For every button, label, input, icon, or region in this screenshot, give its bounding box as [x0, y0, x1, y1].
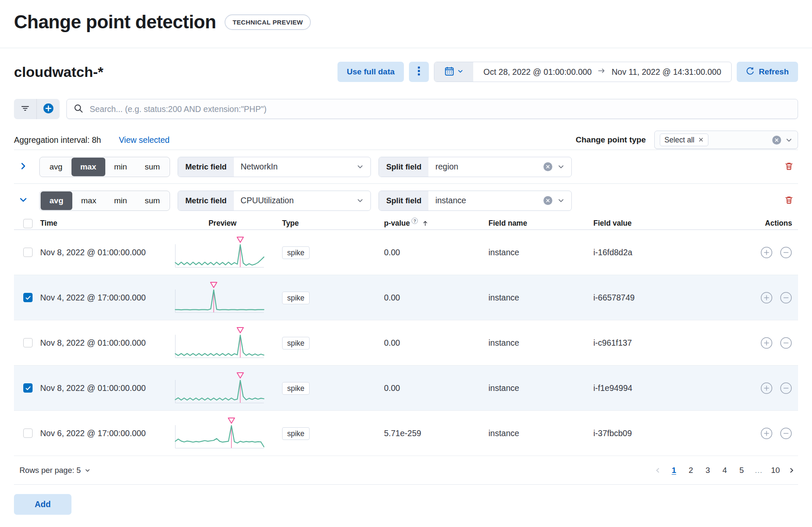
search-bar: [66, 99, 798, 119]
filter-out-value-icon[interactable]: [780, 337, 792, 349]
view-selected-link[interactable]: View selected: [119, 135, 170, 145]
use-full-data-button[interactable]: Use full data: [337, 62, 404, 82]
technical-preview-badge: TECHNICAL PREVIEW: [225, 14, 311, 30]
refresh-icon: [746, 67, 754, 77]
metric-field-text: CPUUtilization: [241, 196, 294, 205]
clear-selection-icon[interactable]: [772, 136, 781, 145]
rows-per-page-button[interactable]: Rows per page: 5: [14, 466, 91, 475]
function-option-avg[interactable]: avg: [41, 158, 71, 176]
end-date[interactable]: Nov 11, 2022 @ 14:31:00.000: [612, 67, 721, 77]
metric-field-label: Metric field: [178, 157, 234, 177]
row-checkbox[interactable]: [23, 429, 33, 438]
column-header-field-name[interactable]: Field name: [478, 219, 583, 228]
search-input[interactable]: [89, 104, 791, 115]
column-header-type[interactable]: Type: [271, 219, 372, 228]
clear-split-field-icon[interactable]: [543, 196, 552, 205]
filter-for-value-icon[interactable]: [760, 337, 773, 349]
query-filter-group: [14, 99, 60, 119]
row-time: Nov 8, 2022 @ 01:00:00.000: [40, 248, 174, 257]
previous-page-icon[interactable]: [651, 463, 664, 477]
metric-field-text: NetworkIn: [241, 162, 278, 172]
table-row: Nov 8, 2022 @ 01:00:00.000 spike0.00inst…: [14, 230, 798, 275]
page-1-button[interactable]: 1: [667, 463, 681, 477]
filter-icon: [21, 104, 30, 114]
filter-button[interactable]: [14, 99, 37, 119]
page-10-button[interactable]: 10: [768, 463, 782, 477]
start-date[interactable]: Oct 28, 2022 @ 01:00:00.000: [483, 67, 592, 77]
delete-config-button[interactable]: [779, 191, 798, 210]
function-option-max[interactable]: max: [71, 158, 105, 176]
remove-pill-icon[interactable]: [698, 136, 704, 145]
function-option-min[interactable]: min: [105, 158, 136, 176]
row-field-value: i-f1e94994: [583, 383, 701, 393]
function-option-min[interactable]: min: [105, 191, 136, 210]
row-checkbox[interactable]: [23, 383, 33, 393]
split-field-value[interactable]: instance: [428, 191, 571, 210]
select-all-checkbox[interactable]: [23, 219, 33, 228]
chevron-down-icon: [357, 163, 364, 170]
filter-out-value-icon[interactable]: [780, 292, 792, 304]
change-point-type-control: Change point type Select all: [576, 131, 798, 149]
pagination-bar: Rows per page: 5 12345…10: [14, 456, 798, 485]
time-options-button[interactable]: [409, 62, 429, 82]
chevron-right-icon: [19, 162, 27, 172]
chevron-down-icon: [357, 197, 364, 204]
split-field-select: Split field region: [379, 157, 572, 177]
column-header-field-value[interactable]: Field value: [583, 219, 701, 228]
aggregation-row: Aggregation interval: 8h View selected C…: [14, 130, 798, 150]
filter-for-value-icon[interactable]: [760, 427, 773, 440]
table-row: Nov 8, 2022 @ 01:00:00.000 spike0.00inst…: [14, 366, 798, 411]
change-point-detection-page: Change point detection TECHNICAL PREVIEW…: [0, 0, 812, 527]
table-row: Nov 4, 2022 @ 17:00:00.000 spike0.00inst…: [14, 275, 798, 320]
row-checkbox[interactable]: [23, 293, 33, 302]
refresh-button[interactable]: Refresh: [737, 62, 798, 82]
page-4-button[interactable]: 4: [718, 463, 732, 477]
select-all-pill[interactable]: Select all: [660, 134, 708, 146]
clear-split-field-icon[interactable]: [543, 162, 552, 171]
row-checkbox[interactable]: [23, 248, 33, 257]
row-checkbox[interactable]: [23, 338, 33, 347]
split-field-label: Split field: [379, 157, 428, 177]
column-header-preview[interactable]: Preview: [174, 219, 271, 228]
select-all-pill-label: Select all: [664, 136, 694, 145]
config-row-cpuutilization: avgmaxminsum Metric field CPUUtilization…: [14, 183, 798, 217]
delete-config-button[interactable]: [779, 158, 798, 176]
row-time: Nov 8, 2022 @ 01:00:00.000: [40, 383, 174, 393]
change-point-type-combobox[interactable]: Select all: [654, 131, 798, 149]
change-point-type-label: Change point type: [576, 135, 646, 145]
row-preview-chart: [174, 326, 271, 359]
filter-for-value-icon[interactable]: [760, 246, 773, 259]
metric-field-value[interactable]: NetworkIn: [234, 157, 370, 177]
column-header-p-value[interactable]: p-value?: [372, 219, 478, 228]
filter-out-value-icon[interactable]: [780, 382, 792, 394]
function-option-max[interactable]: max: [72, 191, 105, 210]
page-list: 12345…10: [651, 463, 798, 477]
filter-for-value-icon[interactable]: [760, 382, 773, 394]
page-3-button[interactable]: 3: [701, 463, 715, 477]
expand-row-button[interactable]: [14, 158, 33, 176]
page-2-button[interactable]: 2: [684, 463, 698, 477]
function-option-avg[interactable]: avg: [41, 191, 72, 210]
collapse-row-button[interactable]: [14, 191, 33, 210]
filter-out-value-icon[interactable]: [780, 427, 792, 440]
index-controls: Use full data Oct 28, 2022 @ 01:00:00.00…: [337, 62, 798, 82]
metric-field-value[interactable]: CPUUtilization: [234, 191, 370, 210]
filter-out-value-icon[interactable]: [780, 246, 792, 259]
filter-for-value-icon[interactable]: [760, 292, 773, 304]
metric-field-label: Metric field: [178, 191, 234, 210]
add-config-button[interactable]: Add: [14, 494, 71, 515]
date-picker-quick-menu[interactable]: [434, 62, 473, 82]
page-5-button[interactable]: 5: [735, 463, 749, 477]
question-in-circle-icon[interactable]: ?: [411, 218, 418, 224]
footer: Add: [14, 494, 798, 515]
type-badge: spike: [282, 246, 310, 259]
plus-in-circle-icon: [43, 103, 54, 115]
row-field-name: instance: [478, 383, 583, 393]
add-filter-button[interactable]: [37, 99, 60, 119]
column-header-time[interactable]: Time: [40, 219, 174, 228]
function-option-sum[interactable]: sum: [136, 191, 169, 210]
function-option-sum[interactable]: sum: [136, 158, 169, 176]
next-page-icon[interactable]: [785, 463, 798, 477]
split-field-value[interactable]: region: [428, 157, 571, 177]
type-badge: spike: [282, 427, 310, 440]
